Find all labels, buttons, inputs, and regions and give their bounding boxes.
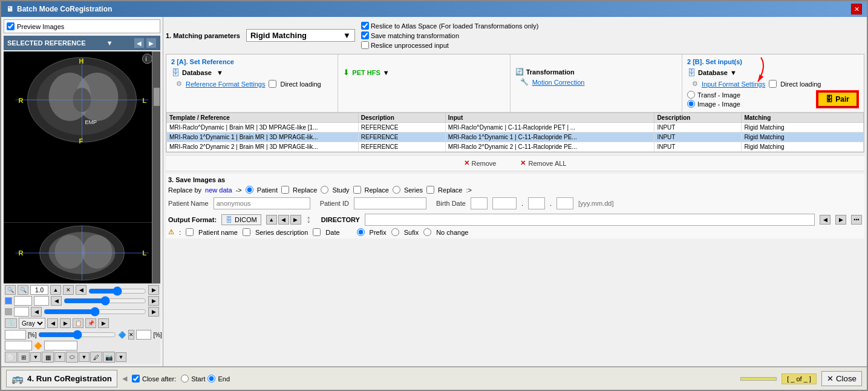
contrast-left-button[interactable]: ◀ [51,296,62,306]
birth-date-day2-input[interactable]: 5 [556,197,573,209]
cm-copy-button[interactable]: 📋 [73,318,83,328]
table-row[interactable]: MRI-Raclo 1^Dynamic 1 | Brain MR | 3D MP… [167,133,864,142]
run-coregistration-button[interactable]: 🚌 4. Run CoRegistration [6,370,117,387]
patient-name-input[interactable] [214,197,310,209]
birth-date-day-input[interactable]: 7 [471,197,488,209]
patient-radio[interactable] [246,186,253,194]
zoom-out-button[interactable]: 🔍 [5,285,16,295]
date-checkbox[interactable] [313,228,321,236]
birth-date-month-input[interactable]: 5 [528,197,545,209]
pair-button[interactable]: 🗄 Pair [817,91,858,107]
window-close-button[interactable]: ✕ [851,4,862,15]
tool3-button[interactable]: ▦ [42,352,54,363]
left-panel: Preview Images SELECTED REFERENCE ▼ ◀ ▶ [1,17,163,366]
cm-paste-button[interactable]: 📌 [85,318,96,328]
contrast-right-button[interactable]: ▶ [148,296,159,306]
directory-input[interactable]: C:/tmp/ [365,214,815,226]
transf-image-radio[interactable] [687,91,695,99]
tool2-dropdown[interactable]: ▼ [30,352,41,362]
series-radio[interactable] [393,186,400,194]
prefix-radio[interactable] [357,228,365,236]
study-replace-checkbox[interactable] [353,186,361,194]
max-input[interactable]: 922.365 [44,341,77,350]
db-dropdown-ref[interactable]: ▼ [217,69,223,76]
study-radio[interactable] [321,186,328,194]
reslice-atlas-label: Reslice to Atlas Space (For loaded Trans… [371,22,539,30]
start-radio[interactable] [181,375,189,383]
colormap-select[interactable]: Gray [19,318,45,329]
scroll-indicator[interactable] [152,51,160,283]
series-desc-checkbox[interactable] [243,228,250,236]
next-ref-button[interactable]: ▶ [146,38,157,48]
min-input[interactable]: 0.0 [5,341,32,350]
sufix-radio[interactable] [391,228,399,236]
dir-menu-button[interactable]: ••• [851,215,862,225]
no-change-radio[interactable] [423,228,431,236]
preview-images-checkbox[interactable] [7,22,15,30]
tool4-dropdown[interactable]: ▼ [79,352,90,362]
nav-left-button[interactable]: ◀ [76,285,86,295]
dir-next-button[interactable]: ▶ [835,215,846,225]
close-after-checkbox[interactable] [132,375,140,383]
birth-date-year-input[interactable]: 2015 [492,197,517,209]
table-row[interactable]: MRI-Raclo 2^Dynamic 2 | Brain MR | 3D MP… [167,142,864,152]
tool5-button[interactable]: 🖊 [90,352,102,363]
close-zoom-button[interactable]: ✕ [63,285,74,295]
cm-play-button[interactable]: ▶ [60,318,71,328]
end-radio[interactable] [207,375,215,383]
ref-direct-loading-checkbox[interactable] [269,80,276,88]
dicom-button[interactable]: 🗄 DICOM [221,214,261,225]
matching-dropdown[interactable]: Rigid Matching ▼ [246,29,355,42]
section3: 3. Save Images as Replace by new data ->… [166,174,864,238]
close-main-button[interactable]: ✕ Close [821,371,862,386]
prev-ref-button[interactable]: ◀ [134,38,145,48]
colormap-disk-button[interactable]: 💿 [5,318,17,328]
patient-replace-checkbox[interactable] [281,186,289,194]
tool1-button[interactable]: ⚪ [5,352,17,363]
series-replace-checkbox[interactable] [426,186,434,194]
min-value-input[interactable]: 0.0 [5,330,26,340]
expand-icon[interactable]: :> [466,186,471,194]
transf-image-label: Transf - Image [697,91,740,99]
dir-prev-button[interactable]: ◀ [820,215,830,225]
value-slider[interactable] [38,330,116,340]
nav-right-button[interactable]: ▶ [148,285,159,295]
zoom-in-button[interactable]: 🔍 [18,285,28,295]
svg-point-18 [55,235,85,269]
cm-left-button[interactable]: ◀ [47,318,58,328]
patient-id-input[interactable]: 1 [354,197,426,209]
value-close-button[interactable]: ✕ [128,330,134,340]
tool6-button[interactable]: 📷 [103,352,115,363]
brightness-left-button[interactable]: ◀ [31,307,42,317]
value2-input[interactable]: 1 [34,296,49,306]
reslice-atlas-checkbox[interactable] [361,22,369,30]
contrast-slider[interactable] [64,296,146,306]
image-image-radio[interactable] [687,100,695,108]
db-dropdown-input[interactable]: ▼ [730,69,737,76]
zoom-input[interactable]: 1.0 [30,285,48,295]
format-next-button[interactable]: ▶ [290,215,301,225]
pet-dropdown[interactable]: ▼ [383,69,390,76]
remove-button[interactable]: ✕ Remove [464,159,497,167]
input-direct-loading-checkbox[interactable] [769,80,777,88]
format-up-button[interactable]: ▲ [266,215,277,225]
brightness-input[interactable] [14,307,29,317]
format-prev-button[interactable]: ◀ [278,215,289,225]
percentage-input[interactable]: 37 [136,330,151,340]
output-format-row: Output Format: 🗄 DICOM ▲ ◀ ▶ ↕ DIRECTORY… [168,213,862,226]
tool4-button[interactable]: ⬭ [66,352,78,363]
reslice-unprocessed-checkbox[interactable] [361,41,369,49]
zoom-up-button[interactable]: ▲ [50,285,61,295]
cm-right-button[interactable]: ▶ [98,318,109,328]
nav-slider[interactable] [88,286,146,296]
save-matching-checkbox[interactable] [361,31,369,39]
remove-all-button[interactable]: ✕ Remove ALL [520,159,566,167]
table-row[interactable]: MRI-Raclo^Dynamic | Brain MR | 3D MPRAGE… [167,123,864,133]
brightness-slider[interactable] [44,307,146,317]
tool2-button[interactable]: ⊞ [18,352,30,363]
patient-name-file-checkbox[interactable] [186,228,194,236]
brightness-right-button[interactable]: ▶ [148,307,159,317]
tool3-dropdown[interactable]: ▼ [54,352,65,362]
tool6-dropdown[interactable]: ▼ [116,352,126,362]
value1-input[interactable]: 71 [14,296,32,306]
